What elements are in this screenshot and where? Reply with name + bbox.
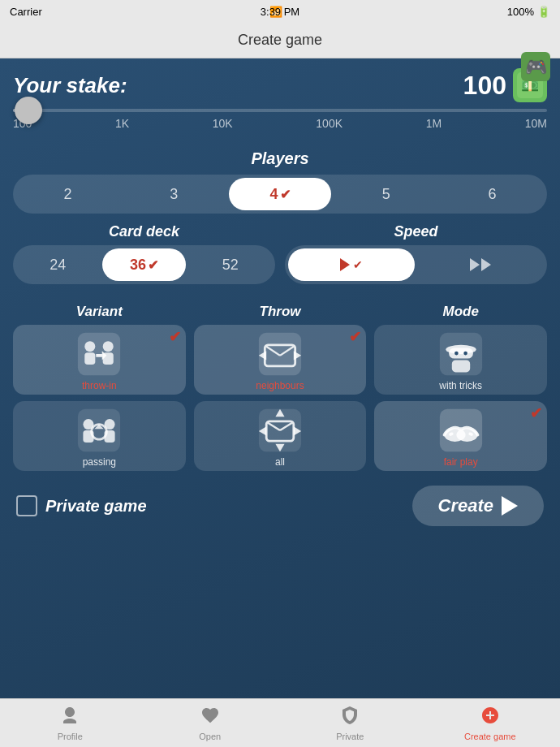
mode-column: Mode with tricks ✔	[374, 304, 547, 476]
tab-profile[interactable]: Profile	[0, 706, 140, 741]
card-deck-section: Card deck 24 36✔ 52	[13, 223, 275, 294]
deck-speed-row: Card deck 24 36✔ 52 Speed ✔	[13, 223, 547, 294]
svg-point-35	[463, 352, 467, 356]
tab-open-label: Open	[199, 732, 221, 741]
tab-bar: Profile Open Private Create game	[0, 698, 560, 747]
create-button[interactable]: Create	[412, 486, 544, 526]
svg-point-39	[456, 428, 477, 442]
players-section: Players 2 3 4✔ 5 6	[13, 149, 547, 214]
speed-play-icon	[340, 258, 350, 271]
slider-label-1: 1K	[115, 117, 129, 130]
throw-in-icon	[76, 331, 122, 377]
carrier-text: Carrier	[10, 6, 42, 18]
variant-passing-label: passing	[83, 456, 116, 468]
svg-point-5	[85, 341, 96, 352]
deck-option-36[interactable]: 36✔	[102, 248, 185, 281]
variant-throw-mode-row: Variant ✔ throw-in	[13, 304, 547, 476]
speed-option-normal[interactable]: ✔	[288, 248, 415, 281]
players-option-3[interactable]: 3	[123, 178, 226, 210]
tab-create-game[interactable]: Create game	[420, 706, 561, 741]
players-option-4[interactable]: 4✔	[229, 178, 332, 210]
stake-row: Your stake: 100 💵	[13, 68, 547, 102]
throw-neighbours-label: neighbours	[256, 380, 304, 391]
svg-point-34	[454, 352, 459, 356]
time-display: 3:39 PM	[261, 6, 299, 18]
mode-title: Mode	[442, 304, 478, 320]
nav-game-icon: 🎮	[521, 52, 550, 81]
throw-option-neighbours[interactable]: ✔ neighbours	[194, 325, 367, 395]
battery-text: 100%	[507, 6, 534, 18]
mode-check: ✔	[530, 404, 542, 422]
status-bar: Carrier 📶 3:39 PM 100% 🔋	[0, 0, 560, 23]
fair-play-icon	[438, 408, 484, 453]
card-deck-pill-group: 24 36✔ 52	[13, 245, 275, 284]
main-content: Your stake: 100 💵 100 1K 10K 100K 1M 10M	[0, 58, 560, 698]
slider-label-2: 10K	[213, 117, 233, 130]
tab-profile-icon	[60, 706, 80, 730]
mode-option-fair-play[interactable]: ✔ fair play	[374, 401, 547, 471]
slider-track	[13, 109, 547, 112]
slider-label-5: 10M	[525, 117, 547, 130]
stake-amount: 100	[463, 71, 506, 101]
svg-point-7	[103, 341, 114, 352]
tab-profile-label: Profile	[58, 732, 83, 741]
players-option-5[interactable]: 5	[334, 178, 437, 210]
throw-all-label: all	[275, 456, 285, 468]
throw-option-all[interactable]: all	[194, 401, 367, 471]
deck-option-24[interactable]: 24	[16, 248, 99, 281]
deck-option-52[interactable]: 52	[189, 248, 272, 281]
speed-pill-group: ✔	[285, 245, 547, 284]
variant-option-passing[interactable]: passing	[13, 401, 186, 471]
speed-section: Speed ✔	[285, 223, 547, 294]
svg-text:🎮: 🎮	[525, 56, 548, 78]
mode-option-with-tricks[interactable]: with tricks	[374, 325, 547, 395]
stake-slider-container[interactable]: 100 1K 10K 100K 1M 10M	[13, 109, 547, 130]
private-game-container: Private game	[16, 495, 147, 516]
variant-throw-in-label: throw-in	[82, 380, 117, 391]
svg-rect-10	[78, 409, 120, 451]
tab-create-label: Create game	[464, 732, 516, 741]
svg-rect-33	[449, 348, 473, 359]
tab-private-icon	[340, 706, 360, 730]
slider-label-3: 100K	[316, 117, 342, 130]
create-play-icon	[502, 496, 518, 516]
nav-bar: Create game 🎮	[0, 23, 560, 58]
speed-title: Speed	[285, 223, 547, 240]
slider-thumb[interactable]	[15, 97, 42, 124]
tab-private-label: Private	[336, 732, 364, 741]
passing-icon	[76, 408, 122, 453]
private-game-label: Private game	[45, 497, 147, 516]
neighbours-icon	[257, 331, 303, 377]
variant-title: Variant	[76, 304, 123, 320]
slider-label-4: 1M	[426, 117, 442, 130]
throw-check: ✔	[349, 328, 361, 346]
mode-with-tricks-label: with tricks	[439, 380, 482, 391]
slider-labels: 100 1K 10K 100K 1M 10M	[13, 117, 547, 130]
variant-option-throw-in[interactable]: ✔ throw-in	[13, 325, 186, 395]
all-icon	[257, 408, 303, 453]
nav-title: Create game	[238, 32, 322, 49]
players-pill-group: 2 3 4✔ 5 6	[13, 175, 547, 214]
battery-icon: 🔋	[537, 6, 550, 18]
private-game-checkbox[interactable]	[16, 495, 37, 516]
card-deck-title: Card deck	[13, 223, 275, 240]
speed-fast-icon2	[481, 258, 491, 271]
players-option-2[interactable]: 2	[16, 178, 119, 210]
mode-fair-play-label: fair play	[444, 456, 478, 468]
speed-option-fast[interactable]	[418, 248, 545, 281]
stake-label: Your stake:	[13, 73, 127, 98]
players-option-6[interactable]: 6	[441, 178, 544, 210]
variant-column: Variant ✔ throw-in	[13, 304, 186, 476]
tab-open-icon	[200, 706, 220, 730]
svg-rect-36	[451, 360, 469, 372]
with-tricks-icon	[438, 331, 484, 377]
tab-open[interactable]: Open	[140, 706, 281, 741]
tab-create-icon	[480, 706, 500, 730]
players-title: Players	[13, 149, 547, 168]
bottom-actions: Private game Create	[13, 486, 547, 526]
speed-check: ✔	[353, 258, 363, 271]
svg-rect-6	[85, 352, 96, 365]
throw-column: Throw ✔ neighbours	[194, 304, 367, 476]
speed-fast-icon1	[470, 258, 480, 271]
tab-private[interactable]: Private	[280, 706, 420, 741]
